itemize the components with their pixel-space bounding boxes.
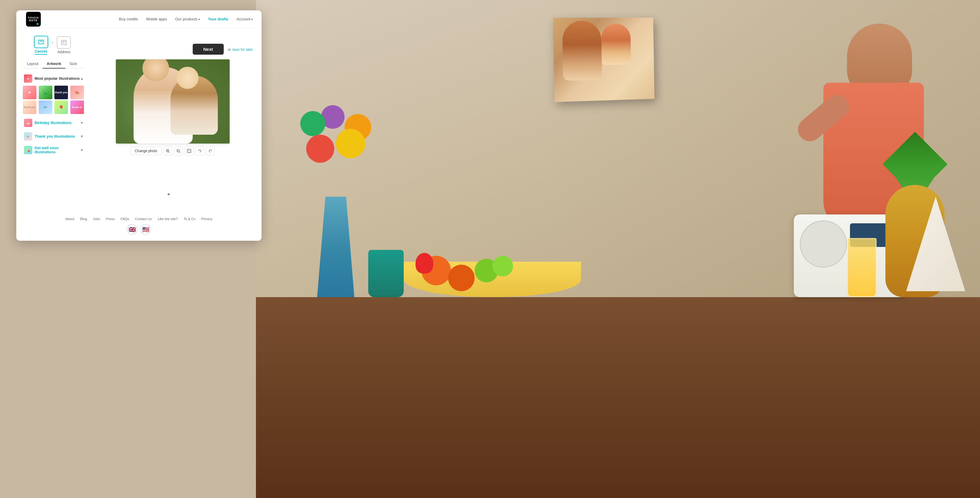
group-thankyou-title: Thank you illustrations (35, 135, 75, 138)
address-step-label: Address (57, 50, 70, 54)
group-birthday-chevron: ▼ (80, 121, 84, 125)
nav-account[interactable]: Account (236, 17, 253, 21)
footer-blog[interactable]: Blog (80, 217, 87, 220)
footer-like-site[interactable]: Like the site? (158, 217, 178, 220)
group-header-left: ♥ Most popular illustrations (24, 75, 80, 83)
group-birthday-header[interactable]: 🎂 Birthday Illustrations ▼ (23, 117, 85, 129)
illus-thumb-7[interactable]: 🎈 (54, 100, 68, 114)
strawberry-1 (415, 253, 433, 273)
group-birthday-thumb: 🎂 (24, 119, 32, 127)
footer-privacy[interactable]: Privacy (201, 217, 213, 220)
rotate-left-button[interactable] (195, 146, 204, 155)
canvas-photo (553, 18, 655, 102)
main-content: Layout Artwork Size ♥ Most popular illus… (16, 55, 262, 241)
navbar: TOUCH NOTE Buy credits Mobile apps Our p… (16, 10, 262, 28)
tab-artwork[interactable]: Artwork (43, 59, 65, 68)
logo-box: TOUCH NOTE (26, 12, 41, 27)
address-step-icon (57, 36, 71, 49)
photo-person-child (170, 76, 218, 135)
zoom-out-icon (177, 149, 181, 153)
illus-grid-most-popular: ♥ 🦕 thank you 🍉 thank you hi! 🎈 thank u! (23, 84, 85, 115)
step-arrow: › (52, 40, 53, 45)
group-most-popular-header[interactable]: ♥ Most popular illustrations ▲ (23, 73, 85, 84)
flag-us[interactable]: 🇺🇸 (140, 224, 151, 235)
save-or-text: or (228, 48, 231, 52)
footer-links: About Blog Jobs Press FAQs Contact Us Li… (16, 217, 262, 220)
nav-buy-credits[interactable]: Buy credits (119, 17, 138, 21)
footer-contact[interactable]: Contact Us (135, 217, 152, 220)
app-card: TOUCH NOTE Buy credits Mobile apps Our p… (16, 10, 262, 241)
tab-layout[interactable]: Layout (23, 59, 43, 68)
step-row: Canvas › Address Next or save for later (16, 28, 262, 55)
flower-red (306, 135, 334, 163)
canvas-decoration (553, 18, 655, 102)
group-getwellsoon-header[interactable]: 💊 Get well soon illustrations ▼ (23, 144, 85, 156)
next-button[interactable]: Next (192, 44, 224, 55)
orange-2 (448, 265, 475, 291)
tab-bar: Layout Artwork Size (23, 59, 85, 68)
illus-thumb-5[interactable]: thank you (23, 100, 37, 114)
nav-mobile-apps[interactable]: Mobile apps (146, 17, 167, 21)
group-most-popular-title: Most popular illustrations (35, 76, 80, 81)
save-for-later-link[interactable]: save for later (232, 48, 253, 52)
group-thankyou-thumb: ty (24, 132, 32, 141)
footer-flags: 🇬🇧 🇺🇸 (16, 224, 262, 235)
step-canvas[interactable]: Canvas (34, 36, 48, 55)
illus-thumb-1[interactable]: ♥ (23, 86, 37, 99)
group-thankyou-left: ty Thank you illustrations (24, 132, 75, 141)
svg-line-6 (169, 152, 170, 153)
logo[interactable]: TOUCH NOTE (25, 11, 41, 27)
step-right-actions: Next or save for later (192, 44, 253, 55)
group-getwellsoon-thumb: 💊 (24, 146, 32, 154)
zoom-in-icon (166, 149, 170, 153)
app-footer: About Blog Jobs Press FAQs Contact Us Li… (16, 217, 262, 235)
tab-size[interactable]: Size (65, 59, 81, 68)
svg-rect-12 (188, 149, 191, 153)
flower-green (300, 111, 325, 136)
change-photo-button[interactable]: Change photo (130, 147, 161, 155)
nav-our-products[interactable]: Our products (175, 17, 200, 21)
illus-thumb-4[interactable]: 🍉 (70, 86, 84, 99)
logo-note: NOTE (29, 19, 38, 22)
fit-button[interactable] (185, 146, 194, 155)
photo-toolbar: Change photo (130, 146, 215, 155)
illus-thumb-2[interactable]: 🦕 (39, 86, 52, 99)
canvas-step-label: Canvas (35, 49, 48, 55)
rotate-right-button[interactable] (206, 146, 215, 155)
group-birthday: 🎂 Birthday Illustrations ▼ (23, 117, 85, 129)
footer-press[interactable]: Press (106, 217, 115, 220)
canvas-person-1 (562, 21, 602, 81)
footer-ts-cs[interactable]: Ts & Cs (183, 217, 195, 220)
teal-cup (368, 250, 404, 297)
illus-thumb-6[interactable]: hi! (39, 100, 52, 114)
group-thankyou: ty Thank you illustrations ▼ (23, 130, 85, 143)
group-birthday-title: Birthday Illustrations (35, 121, 72, 125)
nav-your-drafts[interactable]: Your drafts (208, 17, 228, 21)
svg-line-10 (179, 152, 180, 153)
illus-thumb-3[interactable]: thank you (54, 86, 68, 99)
canvas-step-icon (34, 36, 48, 48)
group-getwellsoon-title: Get well soon illustrations (35, 146, 80, 154)
footer-faqs[interactable]: FAQs (121, 217, 129, 220)
fit-icon (187, 149, 191, 153)
group-most-popular-thumb: ♥ (24, 75, 32, 83)
logo-dot (37, 23, 38, 25)
zoom-in-button[interactable] (164, 146, 172, 155)
flowers (291, 105, 380, 209)
group-getwellsoon: 💊 Get well soon illustrations ▼ (23, 144, 85, 156)
group-birthday-left: 🎂 Birthday Illustrations (24, 119, 72, 127)
flag-uk[interactable]: 🇬🇧 (127, 224, 137, 235)
group-thankyou-header[interactable]: ty Thank you illustrations ▼ (23, 130, 85, 143)
rotate-right-icon (208, 149, 213, 153)
canvas-person-2 (601, 24, 631, 65)
illus-thumb-8[interactable]: thank u! (70, 100, 84, 114)
flower-yellow (336, 129, 365, 158)
sidebar: Layout Artwork Size ♥ Most popular illus… (23, 59, 85, 241)
footer-jobs[interactable]: Jobs (93, 217, 100, 220)
svg-rect-0 (39, 40, 44, 44)
footer-about[interactable]: About (65, 217, 74, 220)
step-address[interactable]: Address (57, 36, 71, 54)
address-icon (60, 39, 67, 46)
rotate-left-icon (198, 149, 202, 153)
zoom-out-button[interactable] (174, 146, 183, 155)
